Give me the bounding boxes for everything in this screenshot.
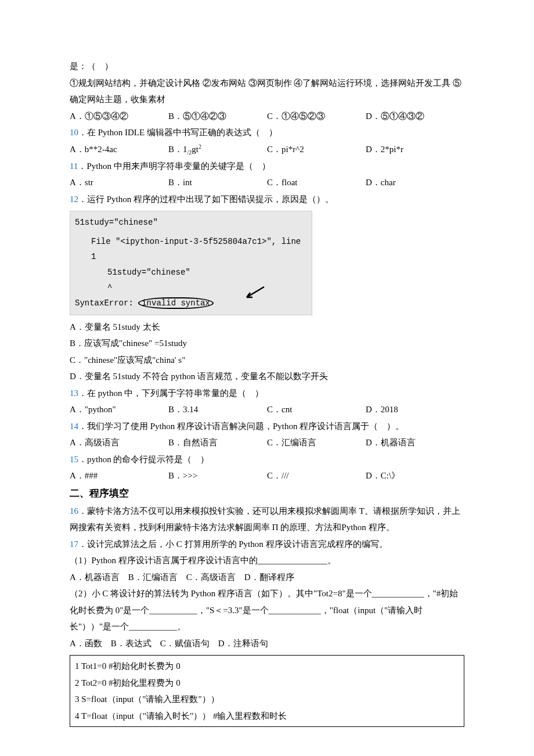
q17-number: 17 xyxy=(70,539,78,549)
q10-opt-c: C．pi*r^2 xyxy=(267,141,366,158)
q11-opt-d: D．char xyxy=(366,174,396,191)
q14-opt-b: B．自然语言 xyxy=(168,434,267,451)
code-line: File "<ipython-input-3-5f525804a7c1>", l… xyxy=(75,234,307,265)
q17-code-box: 1 Tot1=0 #初始化时长费为 0 2 Tot2=0 #初始化里程费为 0 … xyxy=(70,655,464,727)
arrow-icon xyxy=(242,286,265,301)
q14-opt-d: D．机器语言 xyxy=(366,434,416,451)
code-line: 51study="chinese" xyxy=(75,215,307,231)
q10-opt-d: D．2*pi*r xyxy=(366,141,403,158)
q12-opt-d: D．变量名 51study 不符合 python 语言规范，变量名不能以数字开头 xyxy=(70,368,464,385)
code-line: 4 T=float（input（"请输入时长"）） #输入里程数和时长 xyxy=(75,708,459,725)
q15-opt-d: D．C:\》 xyxy=(366,467,400,484)
q11-number: 11 xyxy=(70,161,78,171)
q17-stem: ．设计完成算法之后，小 C 打算用所学的 Python 程序设计语言完成程序的编… xyxy=(78,539,388,549)
q10-options: A．b**2-4ac B．1/2gt2 C．pi*r^2 D．2*pi*r xyxy=(70,141,464,158)
q9-stem-line2: ①规划网站结构，并确定设计风格 ②发布网站 ③网页制作 ④了解网站运行环境，选择… xyxy=(70,75,464,108)
q9-options: A．①⑤③④② B．⑤①④②③ C．①④⑤②③ D．⑤①④③② xyxy=(70,108,464,125)
code-line: 1 Tot1=0 #初始化时长费为 0 xyxy=(75,658,459,675)
q13-options: A．"python" B．3.14 C．cnt D．2018 xyxy=(70,401,464,418)
question-11: 11．Python 中用来声明字符串变量的关键字是（ ） A．str B．int… xyxy=(70,158,464,191)
code-line: SyntaxError: invalid syntax xyxy=(75,296,307,311)
q16-number: 16 xyxy=(70,506,78,516)
question-17: 17．设计完成算法之后，小 C 打算用所学的 Python 程序设计语言完成程序… xyxy=(70,536,464,728)
q11-options: A．str B．int C．float D．char xyxy=(70,174,464,191)
q14-options: A．高级语言 B．自然语言 C．汇编语言 D．机器语言 xyxy=(70,434,464,451)
q11-opt-c: C．float xyxy=(267,174,366,191)
q13-opt-a: A．"python" xyxy=(70,401,168,418)
code-line: 3 S=float（input（"请输入里程数"）） xyxy=(75,691,459,708)
q11-opt-a: A．str xyxy=(70,174,168,191)
q13-opt-d: D．2018 xyxy=(366,401,398,418)
question-16: 16．蒙特卡洛方法不仅可以用来模拟投针实验，还可以用来模拟求解圆周率 T。请根据… xyxy=(70,503,464,536)
question-12: 12．运行 Python 程序的过程中出现了如下图错误提示，原因是（）。 51s… xyxy=(70,191,464,385)
question-15: 15．python 的命令行提示符是（ ） A．### B．>>> C．/// … xyxy=(70,451,464,484)
q12-stem: ．运行 Python 程序的过程中出现了如下图错误提示，原因是（）。 xyxy=(78,195,334,204)
code-line: 2 Tot2=0 #初始化里程费为 0 xyxy=(75,675,459,692)
q9-stem-line1: 是：（ ） xyxy=(70,58,464,75)
q14-opt-c: C．汇编语言 xyxy=(267,434,366,451)
q12-opt-b: B．应该写成"chinese" =51study xyxy=(70,335,464,352)
q16-stem: ．蒙特卡洛方法不仅可以用来模拟投针实验，还可以用来模拟求解圆周率 T。请根据所学… xyxy=(70,506,460,532)
q9-opt-a: A．①⑤③④② xyxy=(70,108,168,125)
question-9: 是：（ ） ①规划网站结构，并确定设计风格 ②发布网站 ③网页制作 ④了解网站运… xyxy=(70,58,464,124)
code-line: 51study="chinese" xyxy=(75,265,307,280)
q10-opt-b: B．1/2gt2 xyxy=(168,141,267,158)
q10-opt-a: A．b**2-4ac xyxy=(70,141,168,158)
q10-stem: ．在 Python IDLE 编辑器中书写正确的表达式（ ） xyxy=(78,128,277,137)
q13-opt-b: B．3.14 xyxy=(168,401,267,418)
q15-opt-b: B．>>> xyxy=(168,467,267,484)
q14-stem: ．我们学习了使用 Python 程序设计语言解决问题，Python 程序设计语言… xyxy=(78,422,404,431)
q11-stem: ．Python 中用来声明字符串变量的关键字是（ ） xyxy=(78,161,270,171)
circled-error: invalid syntax xyxy=(138,297,214,309)
q15-options: A．### B．>>> C．/// D．C:\》 xyxy=(70,467,464,484)
q9-opt-c: C．①④⑤②③ xyxy=(267,108,366,125)
q14-number: 14 xyxy=(70,422,78,431)
question-14: 14．我们学习了使用 Python 程序设计语言解决问题，Python 程序设计… xyxy=(70,418,464,451)
q15-stem: ．python 的命令行提示符是（ ） xyxy=(78,455,209,464)
q17-part2: （2）小 C 将设计好的算法转为 Python 程序语言（如下）。其中"Tot2… xyxy=(70,585,464,635)
q12-opt-c: C．"chinese"应该写成"china' s" xyxy=(70,352,464,369)
q11-opt-b: B．int xyxy=(168,174,267,191)
q17-part1-options: A．机器语言 B．汇编语言 C．高级语言 D．翻译程序 xyxy=(70,569,464,586)
q10-number: 10 xyxy=(70,128,78,137)
code-line: ^ xyxy=(75,280,307,296)
question-10: 10．在 Python IDLE 编辑器中书写正确的表达式（ ） A．b**2-… xyxy=(70,124,464,158)
q15-opt-c: C．/// xyxy=(267,467,366,484)
q13-stem: ．在 python 中，下列属于字符串常量的是（ ） xyxy=(78,388,264,398)
q12-code-figure: 51study="chinese" File "<ipython-input-3… xyxy=(70,211,312,315)
q15-opt-a: A．### xyxy=(70,467,168,484)
q15-number: 15 xyxy=(70,455,78,464)
q13-opt-c: C．cnt xyxy=(267,401,366,418)
q17-part1: （1）Python 程序设计语言属于程序设计语言中的______________… xyxy=(70,552,464,569)
section-2-title: 二、程序填空 xyxy=(70,484,464,503)
q9-opt-b: B．⑤①④②③ xyxy=(168,108,267,125)
q9-opt-d: D．⑤①④③② xyxy=(366,108,424,125)
q12-opt-a: A．变量名 51study 太长 xyxy=(70,319,464,336)
q14-opt-a: A．高级语言 xyxy=(70,434,168,451)
question-13: 13．在 python 中，下列属于字符串常量的是（ ） A．"python" … xyxy=(70,385,464,418)
q17-part2-options: A．函数 B．表达式 C．赋值语句 D．注释语句 xyxy=(70,635,464,652)
q12-number: 12 xyxy=(70,195,78,204)
q13-number: 13 xyxy=(70,388,78,398)
